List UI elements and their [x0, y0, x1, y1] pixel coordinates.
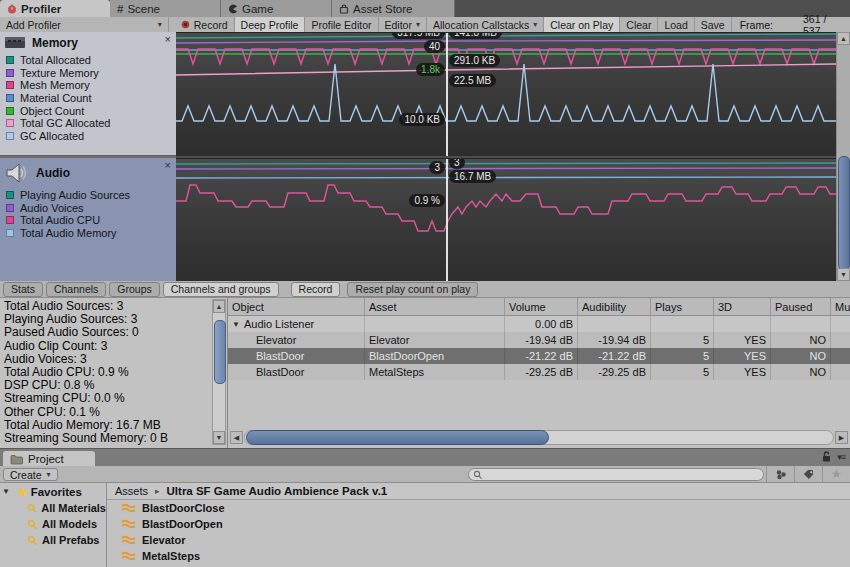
tab-scene-label: Scene [127, 3, 160, 15]
value-pill: 40 [424, 40, 445, 53]
collapse-arrow-icon[interactable]: ▼ [232, 320, 240, 329]
audio-chart[interactable]: 3 3 16.7 MB 0.9 % [176, 158, 836, 282]
clear-button[interactable]: Clear [620, 17, 658, 32]
favorite-all-prefabs[interactable]: All Prefabs [0, 532, 106, 548]
tab-stats[interactable]: Stats [3, 282, 43, 297]
profiler-charts: 317.5 MB 141.8 MB 40 291.0 KB 1.8k 22.5 … [176, 32, 836, 281]
frame-playhead[interactable] [446, 159, 448, 282]
horizontal-scrollbar-thumb[interactable] [246, 430, 549, 445]
project-panel: Project ▾≡ Create ▾ [0, 448, 850, 567]
favorites-header[interactable]: ▼ ★ Favorites [0, 483, 106, 500]
column-object[interactable]: Object [228, 298, 365, 315]
vertical-scrollbar-thumb[interactable] [214, 320, 226, 384]
memory-module-panel[interactable]: Memory × Total Allocated Texture Memory … [0, 32, 176, 156]
list-item-blastdooropen[interactable]: BlastDoorOpen [107, 516, 850, 532]
tab-scene[interactable]: # Scene [110, 0, 221, 17]
scroll-down-button[interactable]: ▼ [213, 431, 225, 444]
lock-icon[interactable] [822, 451, 831, 462]
table-row[interactable]: Elevator Elevator -19.94 dB -19.94 dB 5 … [228, 332, 850, 348]
vertical-scrollbar-thumb[interactable] [838, 156, 850, 270]
table-horizontal-scrollbar[interactable]: ◀ ▶ [230, 430, 848, 445]
create-dropdown[interactable]: Create ▾ [3, 468, 58, 481]
favorite-all-materials[interactable]: All Materials [0, 500, 106, 516]
favorite-all-models[interactable]: All Models [0, 516, 106, 532]
editor-dropdown[interactable]: Editor ▾ [379, 17, 427, 32]
add-profiler-dropdown[interactable]: Add Profiler ▾ [0, 17, 169, 32]
audio-stats-text: Total Audio Sources: 3 Playing Audio Sou… [4, 300, 209, 445]
panel-menu-icon[interactable]: ▾≡ [837, 452, 845, 462]
scroll-up-button[interactable]: ▲ [213, 300, 225, 313]
tab-asset-store[interactable]: Asset Store [332, 0, 455, 17]
legend-label: Texture Memory [20, 67, 99, 79]
column-3d[interactable]: 3D [714, 298, 771, 315]
frame-playhead[interactable] [446, 33, 448, 156]
scroll-up-button[interactable]: ▲ [837, 32, 850, 45]
table-row-selected[interactable]: BlastDoor BlastDoorOpen -21.22 dB -21.22… [228, 348, 850, 364]
search-icon [473, 470, 483, 480]
reset-play-count-button[interactable]: Reset play count on play [347, 282, 478, 297]
star-icon: ★ [17, 485, 28, 499]
tab-project[interactable]: Project [3, 451, 95, 467]
memory-chip-icon [4, 35, 26, 50]
scene-icon: # [117, 3, 123, 15]
close-icon[interactable]: × [165, 159, 171, 171]
scroll-down-button[interactable]: ▼ [837, 268, 850, 281]
game-icon [228, 4, 238, 14]
deep-profile-toggle[interactable]: Deep Profile [235, 17, 306, 32]
value-pill: 10.0 KB [399, 113, 445, 126]
search-by-label-button[interactable] [794, 466, 822, 482]
close-icon[interactable]: × [165, 33, 171, 45]
table-row[interactable]: BlastDoor MetalSteps -29.25 dB -29.25 dB… [228, 364, 850, 380]
save-button[interactable]: Save [695, 17, 732, 32]
memory-chart[interactable]: 317.5 MB 141.8 MB 40 291.0 KB 1.8k 22.5 … [176, 32, 836, 156]
clear-on-play-toggle[interactable]: Clear on Play [544, 17, 620, 32]
list-item-blastdoorclose[interactable]: BlastDoorClose [107, 500, 850, 516]
cell-asset: Elevator [365, 332, 505, 348]
series-swatch [6, 191, 14, 199]
breadcrumb-current-folder[interactable]: Ultra SF Game Audio Ambience Pack v.1 [167, 485, 388, 497]
stat-line: Streaming CPU: 0.0 % [4, 392, 209, 405]
value-pill: 141.8 MB [449, 32, 502, 39]
legend-label: Total Allocated [20, 54, 91, 66]
tab-profiler[interactable]: Profiler [0, 0, 110, 17]
scroll-left-button[interactable]: ◀ [230, 431, 243, 444]
tab-game[interactable]: Game [221, 0, 332, 17]
tab-channels-and-groups[interactable]: Channels and groups [163, 282, 279, 297]
column-paused[interactable]: Paused [771, 298, 831, 315]
audio-module-panel[interactable]: Audio × Playing Audio Sources Audio Voic… [0, 158, 176, 282]
saved-search-icon [27, 519, 38, 530]
asset-store-icon [339, 4, 349, 14]
profile-editor-toggle[interactable]: Profile Editor [305, 17, 378, 32]
load-button[interactable]: Load [658, 17, 694, 32]
list-item-metalsteps[interactable]: MetalSteps [107, 548, 850, 564]
breadcrumb: Assets ▸ Ultra SF Game Audio Ambience Pa… [107, 483, 850, 500]
allocation-callstacks-dropdown[interactable]: Allocation Callstacks ▾ [427, 17, 544, 32]
collapse-arrow-icon[interactable]: ▼ [2, 487, 10, 496]
scroll-right-button[interactable]: ▶ [835, 431, 848, 444]
legend-item: Texture Memory [6, 67, 176, 80]
charts-vertical-scrollbar[interactable]: ▲ ▼ [836, 32, 850, 281]
tab-groups[interactable]: Groups [109, 282, 159, 297]
project-search-field[interactable] [468, 468, 764, 481]
record-toggle[interactable]: Record [175, 17, 235, 32]
breadcrumb-root[interactable]: Assets [115, 485, 148, 497]
list-item-elevator[interactable]: Elevator [107, 532, 850, 548]
table-row[interactable]: ▼Audio Listener 0.00 dB [228, 316, 850, 332]
legend-label: Total Audio CPU [20, 214, 100, 226]
legend-item: Total GC Allocated [6, 117, 176, 130]
save-search-button[interactable]: ★ [822, 466, 850, 482]
series-total-audio-cpu [176, 185, 836, 231]
series-swatch [6, 132, 14, 140]
column-audibility[interactable]: Audibility [578, 298, 651, 315]
series-texture-memory [176, 40, 836, 43]
column-plays[interactable]: Plays [651, 298, 714, 315]
column-asset[interactable]: Asset [365, 298, 505, 315]
tab-channels[interactable]: Channels [46, 282, 106, 297]
record-toggle-button[interactable]: Record [291, 282, 341, 297]
column-muted[interactable]: Muted [831, 298, 850, 315]
cell-object: Audio Listener [244, 318, 314, 330]
stats-vertical-scrollbar[interactable]: ▲ ▼ [212, 299, 226, 445]
search-input[interactable] [483, 469, 747, 481]
column-volume[interactable]: Volume [505, 298, 578, 315]
search-by-type-button[interactable] [766, 466, 794, 482]
